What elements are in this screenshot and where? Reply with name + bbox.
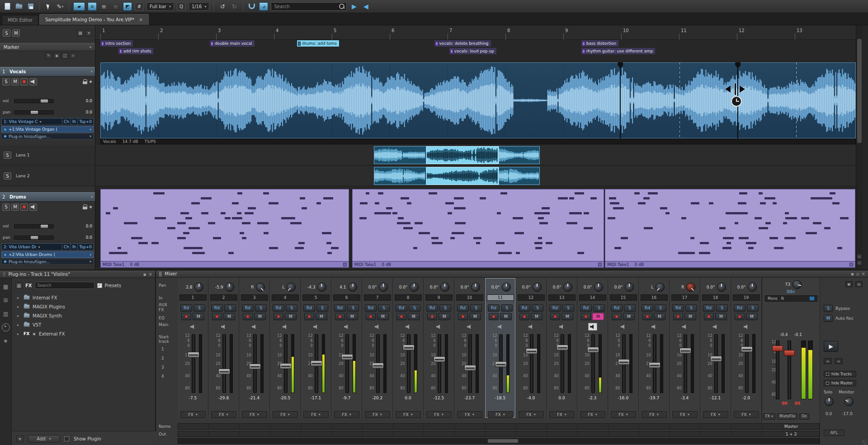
volume-fader[interactable] bbox=[557, 345, 568, 350]
mute-button[interactable]: M bbox=[316, 313, 327, 320]
channel-number-button[interactable]: 9 bbox=[425, 294, 453, 301]
record-button[interactable] bbox=[181, 313, 191, 320]
go-to-start-button[interactable]: ◀ bbox=[361, 2, 370, 11]
mixer-channel-13[interactable]: 0.0°13RdSM1260102040800.0FX▾ bbox=[547, 278, 577, 418]
record-ready-button[interactable]: Rd bbox=[580, 304, 592, 312]
fx-dropdown[interactable]: FX▾ bbox=[549, 411, 575, 418]
monitor-speaker-icon[interactable] bbox=[496, 323, 505, 331]
pan-knob[interactable] bbox=[379, 283, 388, 292]
panel-maximize-icon[interactable]: ▫ bbox=[856, 271, 859, 276]
monitor-level-knob[interactable] bbox=[844, 397, 854, 406]
presets-checkbox[interactable]: ✓ bbox=[97, 283, 102, 288]
volume-fader[interactable] bbox=[587, 347, 599, 353]
channel-number-button[interactable]: 3 bbox=[241, 294, 268, 301]
object-mode-icon[interactable]: ▰ bbox=[73, 2, 85, 11]
io-segment[interactable]: Ih bbox=[71, 244, 77, 250]
chevron-right-icon[interactable]: ▸ bbox=[17, 332, 21, 336]
channel-number-button[interactable]: 2 bbox=[210, 294, 237, 301]
chevron-right-icon[interactable]: ▸ bbox=[17, 296, 21, 300]
channel-number-button[interactable]: 17 bbox=[671, 294, 698, 301]
solo-button[interactable]: S bbox=[193, 304, 205, 312]
volume-fader[interactable] bbox=[618, 359, 630, 365]
monitor-speaker-icon[interactable] bbox=[588, 323, 597, 331]
channel-segment[interactable]: Ch bbox=[62, 118, 71, 125]
record-button[interactable] bbox=[212, 313, 222, 320]
record-ready-button[interactable]: Rd bbox=[180, 304, 192, 312]
range-mode-icon[interactable]: ≋ bbox=[88, 2, 97, 11]
record-button[interactable] bbox=[458, 313, 468, 320]
plugin-folder-magix-plugins[interactable]: ▸MAGIX Plugins bbox=[12, 302, 156, 311]
grid-toggle-button[interactable]: # bbox=[135, 2, 144, 11]
panel-menu-icon[interactable]: ▾ bbox=[85, 30, 92, 36]
solo-button[interactable]: S bbox=[470, 304, 482, 312]
plugin-browser-icon[interactable]: ⊞ bbox=[2, 296, 10, 304]
channel-number-button[interactable]: 4 bbox=[272, 294, 299, 301]
mute-button[interactable]: M bbox=[531, 313, 542, 320]
search-icon[interactable] bbox=[338, 3, 345, 10]
solo-button[interactable]: S bbox=[655, 304, 666, 312]
fx-dropdown[interactable]: FX▾ bbox=[334, 411, 359, 418]
link-channels-icon[interactable]: ∞ bbox=[824, 358, 832, 364]
volume-fader[interactable] bbox=[403, 345, 415, 350]
pan-knob[interactable] bbox=[502, 283, 511, 292]
fx-dropdown[interactable]: FX▾ bbox=[242, 411, 267, 418]
fader-track[interactable] bbox=[714, 334, 718, 393]
solo-level-knob[interactable] bbox=[825, 397, 834, 406]
fader-track[interactable] bbox=[745, 334, 749, 393]
panel-pin-icon[interactable]: ▪ bbox=[143, 272, 146, 277]
pan-knob[interactable] bbox=[533, 283, 542, 292]
channel-number-button[interactable]: 19 bbox=[733, 294, 760, 301]
midi-object[interactable] bbox=[100, 189, 349, 261]
master-solo-button[interactable]: S bbox=[824, 305, 833, 312]
bar-number[interactable]: 8 bbox=[507, 28, 510, 33]
lane-clip[interactable] bbox=[499, 167, 540, 185]
fx-dropdown[interactable]: FX▾ bbox=[611, 411, 636, 418]
draw-tool-icon[interactable]: ✎▾ bbox=[56, 2, 65, 11]
track-mute-button[interactable]: M bbox=[11, 204, 19, 211]
volume-fader[interactable] bbox=[710, 356, 722, 362]
monitor-speaker-icon[interactable] bbox=[557, 323, 566, 331]
solo-button[interactable]: S bbox=[224, 304, 236, 312]
pan-knob[interactable] bbox=[440, 283, 449, 292]
fx-dropdown[interactable]: FX▾ bbox=[642, 411, 667, 418]
mute-button[interactable]: M bbox=[592, 313, 604, 320]
fx-dropdown[interactable]: FX▾ bbox=[303, 411, 329, 418]
mute-button[interactable]: M bbox=[684, 313, 696, 320]
unlink-channels-icon[interactable]: ∞ bbox=[835, 358, 843, 364]
bar-number[interactable]: 13 bbox=[797, 28, 802, 33]
mute-button[interactable]: M bbox=[377, 313, 389, 320]
fader-track[interactable] bbox=[591, 334, 595, 393]
bar-number[interactable]: 3 bbox=[218, 28, 221, 33]
mute-button[interactable]: M bbox=[623, 313, 635, 320]
undo-icon[interactable]: ↺ bbox=[218, 2, 227, 11]
volume-slider[interactable] bbox=[14, 99, 54, 103]
record-ready-button[interactable]: Rd bbox=[611, 304, 623, 312]
add-plugin-slot[interactable]: Plug-in hinzufügen... ▾ bbox=[1, 259, 94, 265]
drag-grip-icon[interactable]: ⣿ bbox=[159, 271, 162, 276]
fader-track[interactable] bbox=[438, 334, 441, 393]
record-ready-button[interactable]: Rd bbox=[672, 304, 684, 312]
master-fader-right[interactable] bbox=[784, 350, 795, 356]
volume-fader[interactable] bbox=[434, 356, 445, 362]
lock-icon[interactable] bbox=[83, 79, 87, 84]
chevron-down-icon[interactable]: ▾ bbox=[90, 128, 91, 132]
lock-icon[interactable] bbox=[598, 263, 602, 266]
volume-fader[interactable] bbox=[341, 354, 353, 360]
record-button[interactable] bbox=[612, 313, 622, 320]
pan-knob[interactable] bbox=[410, 283, 419, 292]
track-record-button[interactable] bbox=[20, 204, 28, 211]
monitor-speaker-icon[interactable] bbox=[404, 323, 413, 331]
chevron-down-icon[interactable]: ▾ bbox=[91, 195, 93, 199]
plugin-folder-external-fx[interactable]: ▸FX★External FX bbox=[12, 329, 156, 338]
fx-dropdown[interactable]: FX▾ bbox=[426, 411, 452, 418]
fx-dropdown[interactable]: FX▾ bbox=[580, 411, 605, 418]
solo-button[interactable]: S bbox=[562, 304, 574, 312]
fader-track[interactable] bbox=[222, 334, 226, 393]
track-mute-button[interactable]: M bbox=[11, 78, 19, 85]
timeline-ruler[interactable]: 12345678910111213 bbox=[95, 25, 856, 40]
object-edge-cursor[interactable] bbox=[620, 62, 621, 138]
mixer-play-button[interactable]: ▶ bbox=[824, 341, 838, 352]
quantize-select[interactable]: 1/16 ▾ bbox=[189, 2, 209, 11]
arranger-vertical-scrollbar[interactable] bbox=[856, 25, 863, 270]
mute-button[interactable]: M bbox=[408, 313, 420, 320]
